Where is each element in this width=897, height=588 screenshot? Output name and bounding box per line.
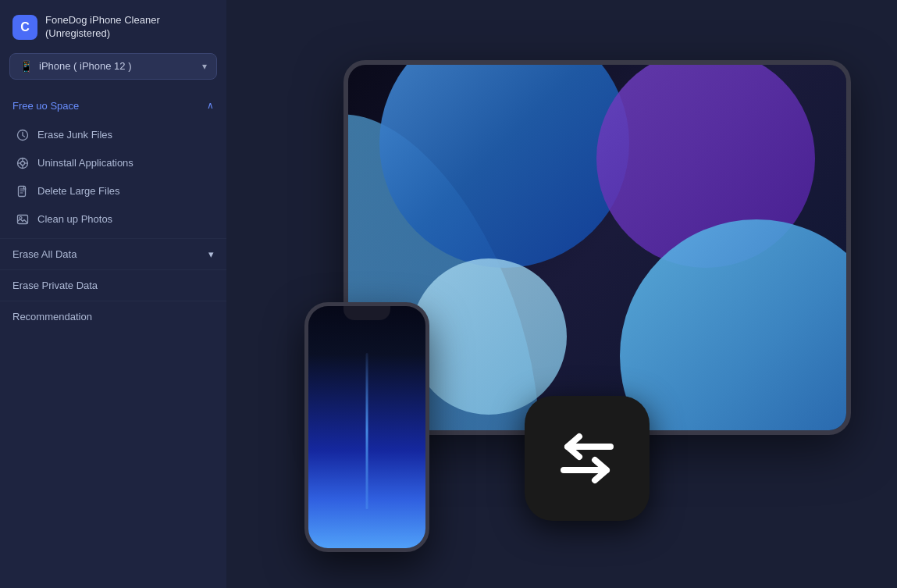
main-content bbox=[226, 0, 897, 588]
uninstall-apps-label: Uninstall Applications bbox=[37, 157, 133, 169]
devices-scene bbox=[258, 21, 867, 568]
iphone-device bbox=[304, 302, 429, 552]
erase-private-data-label: Erase Private Data bbox=[12, 280, 98, 291]
app-title: FoneDog iPhone Cleaner (Unregistered) bbox=[45, 14, 160, 41]
erase-all-data-label: Erase All Data bbox=[12, 248, 77, 260]
photo-icon bbox=[16, 212, 30, 226]
erase-all-data-chevron: ▾ bbox=[208, 248, 214, 260]
iphone-notch bbox=[343, 306, 390, 320]
svg-point-2 bbox=[21, 161, 25, 165]
free-up-space-title: Free uo Space bbox=[12, 100, 79, 112]
sidebar-item-erase-all-data[interactable]: Erase All Data ▾ bbox=[0, 238, 226, 269]
transfer-icon bbox=[525, 396, 650, 521]
phone-icon: 📱 bbox=[20, 60, 33, 73]
sidebar-header: C FoneDog iPhone Cleaner (Unregistered) bbox=[0, 0, 226, 53]
device-selector[interactable]: 📱 iPhone ( iPhone 12 ) ▾ bbox=[9, 53, 217, 80]
free-up-space-items: Erase Junk Files bbox=[0, 119, 226, 235]
free-up-space-chevron: ∧ bbox=[207, 100, 214, 111]
iphone-beam bbox=[365, 353, 368, 509]
clock-icon bbox=[16, 128, 30, 142]
sidebar-item-delete-large[interactable]: Delete Large Files bbox=[0, 177, 226, 205]
app-logo: C bbox=[12, 15, 37, 40]
free-up-space-header[interactable]: Free uo Space ∧ bbox=[0, 92, 226, 119]
recommendation-label: Recommendation bbox=[12, 311, 92, 323]
device-name: iPhone ( iPhone 12 ) bbox=[39, 60, 132, 72]
iphone-screen bbox=[308, 306, 425, 548]
sidebar: C FoneDog iPhone Cleaner (Unregistered) … bbox=[0, 0, 226, 588]
svg-point-9 bbox=[20, 216, 22, 219]
sidebar-item-uninstall-apps[interactable]: Uninstall Applications bbox=[0, 149, 226, 177]
sidebar-item-recommendation[interactable]: Recommendation bbox=[0, 301, 226, 332]
sidebar-item-erase-junk[interactable]: Erase Junk Files bbox=[0, 121, 226, 149]
sidebar-item-cleanup-photos[interactable]: Clean up Photos bbox=[0, 205, 226, 233]
chevron-down-icon: ▾ bbox=[202, 61, 207, 72]
sidebar-item-erase-private-data[interactable]: Erase Private Data bbox=[0, 269, 226, 301]
nav-section-free-up-space: Free uo Space ∧ Erase Junk Files bbox=[0, 92, 226, 235]
file-icon bbox=[16, 184, 30, 198]
transfer-icon-container bbox=[525, 396, 650, 521]
app-container: C FoneDog iPhone Cleaner (Unregistered) … bbox=[0, 0, 897, 588]
delete-large-label: Delete Large Files bbox=[37, 185, 120, 197]
app-icon bbox=[16, 156, 30, 170]
transfer-arrows-svg bbox=[544, 427, 630, 490]
cleanup-photos-label: Clean up Photos bbox=[37, 213, 112, 225]
bg-circle-4 bbox=[411, 258, 567, 415]
erase-junk-label: Erase Junk Files bbox=[37, 129, 112, 141]
sidebar-nav: Free uo Space ∧ Erase Junk Files bbox=[0, 86, 226, 588]
